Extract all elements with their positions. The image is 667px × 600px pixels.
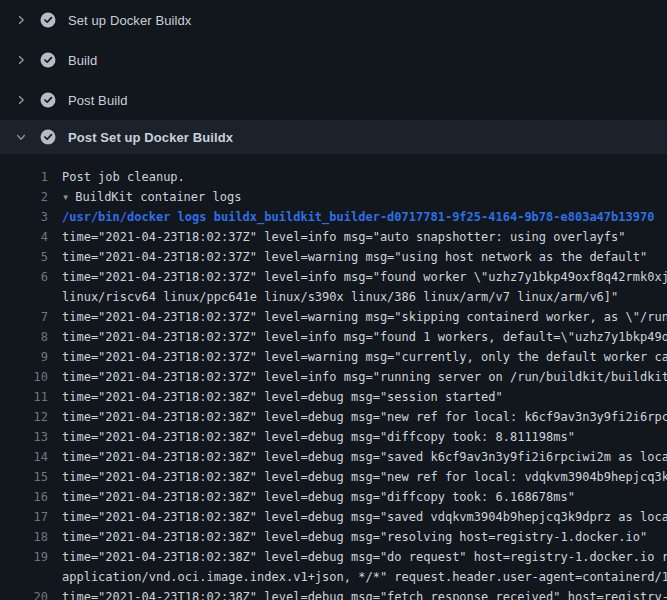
line-number[interactable]: [0, 287, 48, 307]
check-circle-icon: [40, 52, 56, 68]
log-line: 18 time="2021-04-23T18:02:38Z" level=deb…: [0, 527, 667, 547]
line-number[interactable]: 9: [0, 347, 48, 367]
line-number[interactable]: 4: [0, 227, 48, 247]
check-circle-icon: [40, 92, 56, 108]
log-line: 10 time="2021-04-23T18:02:37Z" level=inf…: [0, 367, 667, 387]
log-line: 19 time="2021-04-23T18:02:38Z" level=deb…: [0, 547, 667, 567]
log-text: time="2021-04-23T18:02:38Z" level=debug …: [62, 387, 503, 407]
line-number[interactable]: 5: [0, 247, 48, 267]
line-number[interactable]: 18: [0, 527, 48, 547]
log-text: time="2021-04-23T18:02:38Z" level=debug …: [62, 467, 667, 487]
log-text: time="2021-04-23T18:02:37Z" level=info m…: [62, 327, 667, 347]
step-title: Post Set up Docker Buildx: [68, 130, 233, 145]
step-row-post-set-up-docker-buildx[interactable]: Post Set up Docker Buildx: [0, 120, 667, 154]
line-number[interactable]: 13: [0, 427, 48, 447]
line-number[interactable]: 3: [0, 207, 48, 227]
log-text: time="2021-04-23T18:02:38Z" level=debug …: [62, 587, 667, 600]
log-text: /usr/bin/docker logs buildx_buildkit_bui…: [62, 207, 654, 227]
log-text: application/vnd.oci.image.index.v1+json,…: [62, 567, 667, 587]
log-text: time="2021-04-23T18:02:37Z" level=info m…: [62, 367, 667, 387]
log-text: time="2021-04-23T18:02:38Z" level=debug …: [62, 507, 667, 527]
log-line: linux/riscv64 linux/ppc641e linux/s390x …: [0, 287, 667, 307]
line-number[interactable]: 6: [0, 267, 48, 287]
line-number[interactable]: 11: [0, 387, 48, 407]
steps-list: Set up Docker Buildx Build P: [0, 0, 667, 154]
line-number[interactable]: 17: [0, 507, 48, 527]
line-number[interactable]: 2: [0, 187, 48, 207]
log-area[interactable]: 1 Post job cleanup. 2 ▾ BuildKit contain…: [0, 154, 667, 600]
line-number[interactable]: 16: [0, 487, 48, 507]
step-row-build[interactable]: Build: [0, 40, 667, 80]
chevron-right-icon[interactable]: [14, 13, 28, 27]
log-text: time="2021-04-23T18:02:38Z" level=debug …: [62, 527, 647, 547]
log-text: time="2021-04-23T18:02:38Z" level=debug …: [62, 447, 667, 467]
log-text: time="2021-04-23T18:02:37Z" level=warnin…: [62, 347, 667, 367]
log-line: 6 time="2021-04-23T18:02:37Z" level=info…: [0, 267, 667, 287]
log-line: 13 time="2021-04-23T18:02:38Z" level=deb…: [0, 427, 667, 447]
log-line: 8 time="2021-04-23T18:02:37Z" level=info…: [0, 327, 667, 347]
log-line: 2 ▾ BuildKit container logs: [0, 187, 667, 207]
check-circle-icon: [40, 129, 56, 145]
log-text: time="2021-04-23T18:02:38Z" level=debug …: [62, 407, 667, 427]
log-line: 12 time="2021-04-23T18:02:38Z" level=deb…: [0, 407, 667, 427]
log-text: time="2021-04-23T18:02:37Z" level=info m…: [62, 227, 626, 247]
log-line: 1 Post job cleanup.: [0, 167, 667, 187]
chevron-down-icon[interactable]: [14, 130, 28, 144]
step-row-post-build[interactable]: Post Build: [0, 80, 667, 120]
line-number[interactable]: 14: [0, 447, 48, 467]
log-line: 9 time="2021-04-23T18:02:37Z" level=warn…: [0, 347, 667, 367]
log-line: application/vnd.oci.image.index.v1+json,…: [0, 567, 667, 587]
step-title: Build: [68, 53, 97, 68]
log-text: time="2021-04-23T18:02:37Z" level=info m…: [62, 267, 667, 287]
line-number[interactable]: 1: [0, 167, 48, 187]
log-line: 11 time="2021-04-23T18:02:38Z" level=deb…: [0, 387, 667, 407]
log-line: 4 time="2021-04-23T18:02:37Z" level=info…: [0, 227, 667, 247]
check-circle-icon: [40, 12, 56, 28]
line-number[interactable]: 10: [0, 367, 48, 387]
line-number[interactable]: 15: [0, 467, 48, 487]
step-row-set-up-docker-buildx[interactable]: Set up Docker Buildx: [0, 0, 667, 40]
line-number[interactable]: 12: [0, 407, 48, 427]
log-text: time="2021-04-23T18:02:38Z" level=debug …: [62, 427, 575, 447]
line-number[interactable]: 19: [0, 547, 48, 567]
step-title: Post Build: [68, 93, 128, 108]
log-line: 7 time="2021-04-23T18:02:37Z" level=warn…: [0, 307, 667, 327]
line-number[interactable]: 20: [0, 587, 48, 600]
step-title: Set up Docker Buildx: [68, 13, 191, 28]
log-line: 3 /usr/bin/docker logs buildx_buildkit_b…: [0, 207, 667, 227]
group-toggle-icon[interactable]: ▾: [62, 187, 69, 207]
log-line: 14 time="2021-04-23T18:02:38Z" level=deb…: [0, 447, 667, 467]
chevron-right-icon[interactable]: [14, 53, 28, 67]
line-number[interactable]: [0, 567, 48, 587]
log-text: time="2021-04-23T18:02:37Z" level=warnin…: [62, 247, 647, 267]
line-number[interactable]: 7: [0, 307, 48, 327]
log-line: 20 time="2021-04-23T18:02:38Z" level=deb…: [0, 587, 667, 600]
log-line: 16 time="2021-04-23T18:02:38Z" level=deb…: [0, 487, 667, 507]
log-text: time="2021-04-23T18:02:38Z" level=debug …: [62, 487, 575, 507]
log-line: 5 time="2021-04-23T18:02:37Z" level=warn…: [0, 247, 667, 267]
log-text: Post job cleanup.: [62, 167, 185, 187]
log-text: time="2021-04-23T18:02:37Z" level=warnin…: [62, 307, 667, 327]
chevron-right-icon[interactable]: [14, 93, 28, 107]
log-line: 17 time="2021-04-23T18:02:38Z" level=deb…: [0, 507, 667, 527]
log-text: time="2021-04-23T18:02:38Z" level=debug …: [62, 547, 667, 567]
log-text: BuildKit container logs: [75, 187, 241, 207]
line-number[interactable]: 8: [0, 327, 48, 347]
log-line: 15 time="2021-04-23T18:02:38Z" level=deb…: [0, 467, 667, 487]
log-text: linux/riscv64 linux/ppc641e linux/s390x …: [62, 287, 618, 307]
